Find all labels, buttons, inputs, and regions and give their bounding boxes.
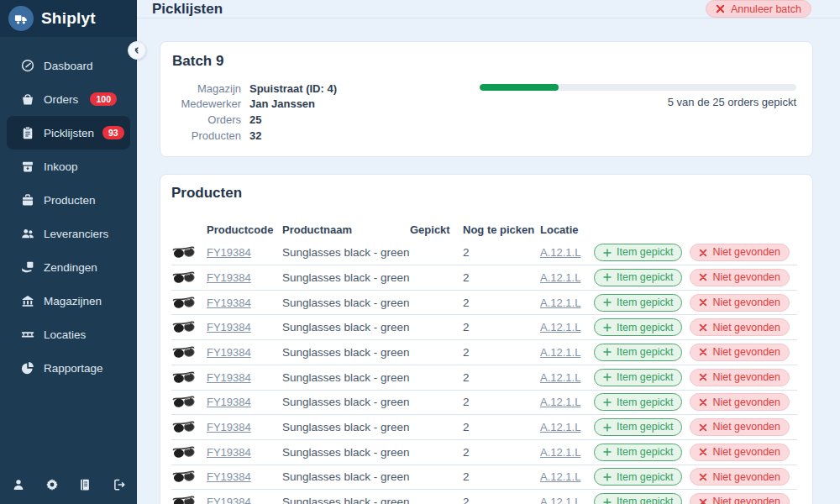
log-icon[interactable] xyxy=(77,477,92,492)
productcode-link[interactable]: FY19384 xyxy=(207,297,251,309)
sidebar-item-label: Producten xyxy=(44,194,96,207)
plus-icon xyxy=(603,249,612,257)
progress-bar xyxy=(480,84,796,91)
niet-gevonden-button[interactable]: Niet gevonden xyxy=(690,468,790,486)
gear-icon[interactable] xyxy=(45,477,60,492)
sidebar-item-orders[interactable]: Orders100 xyxy=(7,82,130,116)
locatie-link[interactable]: A.12.1.L xyxy=(540,246,580,259)
niet-gevonden-button[interactable]: Niet gevonden xyxy=(690,369,790,386)
niet-gevonden-button[interactable]: Niet gevonden xyxy=(690,444,790,461)
item-gepickt-label: Item gepickt xyxy=(617,323,673,333)
cancel-batch-button[interactable]: Annuleer batch xyxy=(706,0,811,18)
locatie-link[interactable]: A.12.1.L xyxy=(540,496,580,504)
item-gepickt-button[interactable]: Item gepickt xyxy=(594,269,682,286)
batch-title: Batch 9 xyxy=(172,53,796,70)
table-row: FY19384 Sunglasses black - green 2 A.12.… xyxy=(171,265,797,291)
locatie-link[interactable]: A.12.1.L xyxy=(540,470,580,483)
item-gepickt-button[interactable]: Item gepickt xyxy=(594,493,682,504)
productcode-link[interactable]: FY19384 xyxy=(207,396,251,408)
productcode-link[interactable]: FY19384 xyxy=(207,371,251,384)
product-thumbnail xyxy=(171,470,207,484)
product-thumbnail xyxy=(171,245,207,260)
sidebar-item-zendingen[interactable]: Zendingen xyxy=(7,250,130,284)
locatie-link[interactable]: A.12.1.L xyxy=(540,321,580,333)
niet-gevonden-button[interactable]: Niet gevonden xyxy=(690,418,790,436)
locatie-link[interactable]: A.12.1.L xyxy=(540,346,580,359)
productcode-link[interactable]: FY19384 xyxy=(207,470,251,483)
plus-icon xyxy=(603,373,612,381)
sidebar-item-picklijsten[interactable]: Picklijsten93 xyxy=(7,116,130,150)
product-thumbnail xyxy=(171,320,207,334)
close-icon xyxy=(699,323,707,332)
niet-gevonden-button[interactable]: Niet gevonden xyxy=(690,269,790,286)
niet-gevonden-button[interactable]: Niet gevonden xyxy=(690,393,790,411)
batch-card: Batch 9 MagazijnSpuistraat (ID: 4)Medewe… xyxy=(160,41,813,157)
field-value: 25 xyxy=(249,113,261,126)
niet-gevonden-label: Niet gevonden xyxy=(712,397,780,408)
sidebar-item-leveranciers[interactable]: Leveranciers xyxy=(7,217,130,250)
productcode-link[interactable]: FY19384 xyxy=(207,271,251,284)
table-row: FY19384 Sunglasses black - green 2 A.12.… xyxy=(171,291,797,316)
field-label: Magazijn xyxy=(172,82,241,95)
sidebar-item-locaties[interactable]: Locaties xyxy=(7,318,130,351)
nog-te-picken-cell: 2 xyxy=(463,371,540,384)
row-actions: Item gepickt Niet gevonden xyxy=(594,269,797,286)
niet-gevonden-button[interactable]: Niet gevonden xyxy=(690,318,790,336)
product-thumbnail xyxy=(171,370,207,385)
close-icon xyxy=(699,498,707,504)
sidebar-item-inkoop[interactable]: Inkoop xyxy=(7,150,130,183)
locatie-link[interactable]: A.12.1.L xyxy=(540,371,580,384)
niet-gevonden-button[interactable]: Niet gevonden xyxy=(690,344,790,361)
sidebar-item-producten[interactable]: Producten xyxy=(7,183,130,217)
sidebar-item-dasboard[interactable]: Dasboard xyxy=(7,49,130,82)
niet-gevonden-button[interactable]: Niet gevonden xyxy=(690,244,790,261)
sidebar-item-rapportage[interactable]: Rapportage xyxy=(7,351,130,385)
close-icon xyxy=(699,448,707,456)
item-gepickt-button[interactable]: Item gepickt xyxy=(594,244,682,261)
table-header-row: ProductcodeProductnaamGepicktNog te pick… xyxy=(171,218,797,240)
row-actions: Item gepickt Niet gevonden xyxy=(594,318,797,336)
sidebar-collapse-button[interactable] xyxy=(128,41,146,60)
locatie-link[interactable]: A.12.1.L xyxy=(540,297,580,309)
locatie-link[interactable]: A.12.1.L xyxy=(540,446,580,459)
plus-icon xyxy=(603,323,612,332)
niet-gevonden-button[interactable]: Niet gevonden xyxy=(690,493,790,504)
item-gepickt-button[interactable]: Item gepickt xyxy=(594,418,682,436)
productcode-link[interactable]: FY19384 xyxy=(207,246,251,259)
productcode-link[interactable]: FY19384 xyxy=(207,496,251,504)
field-label: Medewerker xyxy=(172,97,241,110)
close-icon xyxy=(699,373,707,381)
productcode-link[interactable]: FY19384 xyxy=(207,421,251,433)
productnaam-cell: Sunglasses black - green xyxy=(282,421,410,433)
item-gepickt-button[interactable]: Item gepickt xyxy=(594,393,682,411)
niet-gevonden-button[interactable]: Niet gevonden xyxy=(690,294,790,312)
productcode-link[interactable]: FY19384 xyxy=(207,346,251,359)
column-header: Nog te picken xyxy=(463,223,540,236)
batch-progress: 5 van de 25 orders gepickt xyxy=(480,84,796,143)
basket-icon xyxy=(20,92,35,107)
sidebar-item-label: Inkoop xyxy=(44,160,78,173)
nog-te-picken-cell: 2 xyxy=(463,421,540,433)
nog-te-picken-cell: 2 xyxy=(463,246,540,259)
niet-gevonden-label: Niet gevonden xyxy=(712,472,780,483)
item-gepickt-button[interactable]: Item gepickt xyxy=(594,344,682,361)
logout-icon[interactable] xyxy=(111,477,126,492)
locatie-link[interactable]: A.12.1.L xyxy=(540,271,580,284)
item-gepickt-button[interactable]: Item gepickt xyxy=(594,468,682,486)
item-gepickt-button[interactable]: Item gepickt xyxy=(594,318,682,336)
item-gepickt-button[interactable]: Item gepickt xyxy=(594,369,682,386)
page-title: Picklijsten xyxy=(152,1,223,18)
item-gepickt-button[interactable]: Item gepickt xyxy=(594,294,682,312)
sidebar-item-magazijnen[interactable]: Magazijnen xyxy=(7,284,130,318)
column-header: Gepickt xyxy=(410,223,463,236)
productcode-link[interactable]: FY19384 xyxy=(207,321,251,333)
sunglasses-image xyxy=(171,270,197,285)
productcode-link[interactable]: FY19384 xyxy=(207,446,251,459)
locatie-link[interactable]: A.12.1.L xyxy=(540,396,580,408)
user-icon[interactable] xyxy=(11,477,26,492)
locatie-link[interactable]: A.12.1.L xyxy=(540,421,580,433)
item-gepickt-button[interactable]: Item gepickt xyxy=(594,444,682,461)
plus-icon xyxy=(603,298,612,307)
close-icon xyxy=(699,473,707,481)
plus-icon xyxy=(603,423,612,432)
